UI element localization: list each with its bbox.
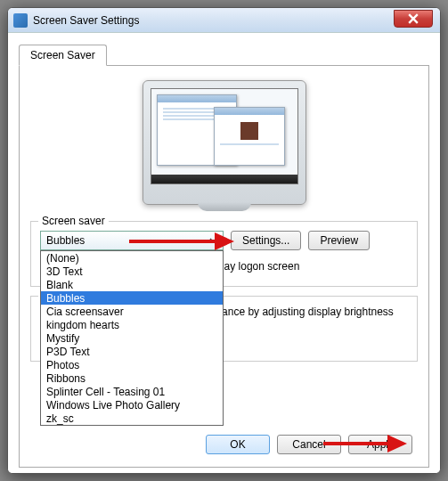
ok-button-label: OK	[230, 438, 245, 451]
titlebar[interactable]: Screen Saver Settings	[8, 8, 440, 33]
screen-saver-combobox[interactable]: Bubbles	[40, 231, 224, 250]
dialog-button-row: OK Cancel Apply	[206, 435, 412, 454]
settings-button-label: Settings...	[242, 234, 289, 247]
screen-saver-group: Screen saver Bubbles (None)3D	[30, 221, 418, 287]
close-icon	[408, 13, 419, 24]
combo-selected-text: Bubbles	[46, 234, 85, 247]
cancel-button-label: Cancel	[292, 438, 325, 451]
dropdown-item[interactable]: Blank	[41, 278, 223, 291]
dropdown-item[interactable]: Windows Live Photo Gallery	[41, 398, 223, 412]
preview-button[interactable]: Preview	[308, 231, 370, 250]
dropdown-item[interactable]: 3D Text	[41, 265, 223, 278]
apply-button-label: Apply	[367, 438, 394, 451]
dropdown-item[interactable]: Photos	[41, 358, 223, 371]
tab-label: Screen Saver	[30, 49, 95, 61]
apply-button[interactable]: Apply	[348, 435, 412, 454]
dropdown-item[interactable]: kingdom hearts	[41, 318, 223, 331]
close-button[interactable]	[394, 10, 433, 28]
window-content: Screen Saver Screen saver	[8, 33, 440, 473]
dropdown-item[interactable]: (None)	[41, 251, 223, 265]
window-title: Screen Saver Settings	[33, 14, 139, 27]
screen-saver-settings-window: Screen Saver Settings Screen Saver	[7, 7, 441, 474]
cancel-button[interactable]: Cancel	[277, 435, 341, 454]
preview-button-label: Preview	[320, 234, 358, 247]
settings-button[interactable]: Settings...	[231, 231, 301, 250]
monitor-preview	[143, 80, 306, 205]
dropdown-item[interactable]: Splinter Cell - Teasing 01	[41, 385, 223, 398]
tab-panel: Screen saver Bubbles (None)3D	[19, 65, 429, 468]
app-icon	[13, 13, 28, 28]
ok-button[interactable]: OK	[206, 435, 270, 454]
screen-saver-dropdown-list[interactable]: (None)3D TextBlankBubblesCia screensaver…	[40, 250, 224, 426]
dropdown-item[interactable]: zk_sc	[41, 412, 223, 425]
dropdown-item[interactable]: Cia screensaver	[41, 305, 223, 318]
dropdown-item[interactable]: P3D Text	[41, 345, 223, 358]
group-legend: Screen saver	[38, 215, 109, 227]
dropdown-item[interactable]: Ribbons	[41, 371, 223, 385]
tab-screen-saver[interactable]: Screen Saver	[19, 45, 107, 66]
dropdown-item[interactable]: Bubbles	[41, 291, 223, 305]
chevron-down-icon	[207, 233, 221, 248]
dropdown-item[interactable]: Mystify	[41, 331, 223, 345]
